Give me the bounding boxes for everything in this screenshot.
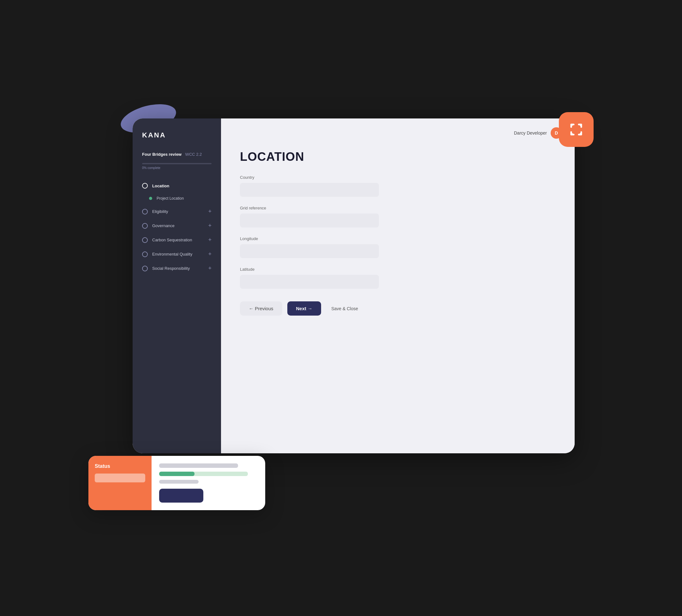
nav-circle-eligibility	[142, 209, 148, 215]
content-body: LOCATION Country Grid reference Longitud…	[221, 139, 575, 453]
status-info-bar-2	[159, 480, 199, 484]
resize-button[interactable]	[559, 112, 594, 147]
input-country[interactable]	[240, 183, 379, 197]
expand-social-icon[interactable]: +	[208, 265, 211, 272]
form-group-longitude: Longitude	[240, 236, 556, 258]
sidebar-item-carbon-label: Carbon Sequestration	[152, 238, 208, 242]
sidebar-item-social-responsibility[interactable]: Social Responsibility +	[133, 261, 221, 276]
sidebar-item-project-location-label: Project Location	[157, 196, 211, 201]
status-title: Status	[95, 463, 145, 469]
label-longitude: Longitude	[240, 236, 556, 241]
main-content-area: Darcy Developer D LOCATION Country Grid …	[221, 118, 575, 453]
input-grid-reference[interactable]	[240, 214, 379, 227]
status-info-bar-1	[159, 463, 238, 468]
page-title: LOCATION	[240, 150, 556, 163]
expand-governance-icon[interactable]: +	[208, 222, 211, 229]
form-group-country: Country	[240, 175, 556, 197]
sidebar-item-carbon-sequestration[interactable]: Carbon Sequestration +	[133, 233, 221, 247]
project-name: Four Bridges review WCC 2.2	[142, 152, 211, 157]
nav-circle-social	[142, 266, 148, 271]
status-right-content	[159, 463, 258, 484]
progress-label: 0% complete	[142, 166, 211, 170]
sidebar-item-eligibility[interactable]: Eligibility +	[133, 204, 221, 219]
sidebar-item-governance[interactable]: Governance +	[133, 219, 221, 233]
form-group-latitude: Latitude	[240, 267, 556, 289]
project-info: Four Bridges review WCC 2.2	[133, 152, 221, 160]
sidebar-navigation: Location Project Location Eligibility + …	[133, 176, 221, 444]
sidebar-item-environmental-quality[interactable]: Environmental Quality +	[133, 247, 221, 261]
sidebar-item-env-label: Environmental Quality	[152, 252, 208, 257]
nav-dot-project-location	[149, 197, 152, 200]
expand-env-icon[interactable]: +	[208, 251, 211, 258]
progress-bar-background	[142, 163, 211, 164]
sidebar-item-social-label: Social Responsibility	[152, 266, 208, 271]
user-info: Darcy Developer D	[514, 127, 562, 139]
form-actions: ← Previous Next → Save & Close	[240, 301, 556, 315]
status-card: Status	[88, 456, 265, 510]
nav-circle-carbon	[142, 237, 148, 243]
label-grid-reference: Grid reference	[240, 206, 556, 211]
next-button[interactable]: Next →	[287, 301, 321, 315]
save-close-button[interactable]: Save & Close	[326, 302, 363, 315]
expand-carbon-icon[interactable]: +	[208, 237, 211, 243]
app-logo: KANA	[133, 131, 221, 152]
previous-button[interactable]: ← Previous	[240, 301, 282, 315]
input-longitude[interactable]	[240, 244, 379, 258]
main-app-card: KANA Four Bridges review WCC 2.2 0% comp…	[133, 118, 575, 453]
form-group-grid-reference: Grid reference	[240, 206, 556, 227]
status-card-right	[152, 456, 265, 510]
resize-icon	[569, 122, 584, 137]
nav-circle-env	[142, 251, 148, 257]
user-name: Darcy Developer	[514, 130, 547, 135]
label-country: Country	[240, 175, 556, 180]
sidebar: KANA Four Bridges review WCC 2.2 0% comp…	[133, 118, 221, 453]
label-latitude: Latitude	[240, 267, 556, 272]
sidebar-item-governance-label: Governance	[152, 223, 208, 228]
sidebar-item-project-location[interactable]: Project Location	[133, 192, 221, 204]
content-header: Darcy Developer D	[221, 118, 575, 139]
progress-bar-section: 0% complete	[133, 160, 221, 176]
nav-circle-governance	[142, 223, 148, 229]
status-progress-bar-bg	[159, 471, 248, 476]
status-action-button[interactable]	[159, 489, 203, 503]
sidebar-item-location[interactable]: Location	[133, 179, 221, 192]
input-latitude[interactable]	[240, 275, 379, 289]
status-progress-bar-fill	[159, 471, 195, 476]
sidebar-item-eligibility-label: Eligibility	[152, 209, 208, 214]
sidebar-item-location-label: Location	[152, 183, 211, 188]
status-card-left: Status	[88, 456, 152, 510]
status-placeholder-bar	[95, 474, 145, 482]
nav-circle-location	[142, 183, 148, 189]
expand-eligibility-icon[interactable]: +	[208, 208, 211, 215]
